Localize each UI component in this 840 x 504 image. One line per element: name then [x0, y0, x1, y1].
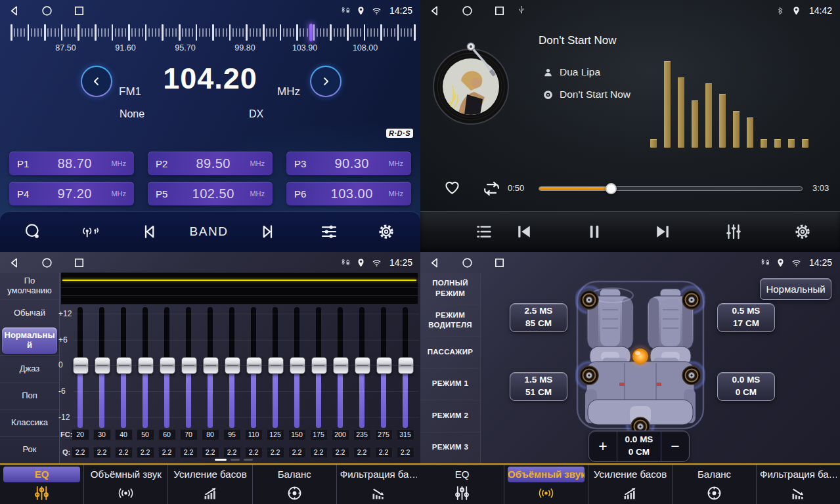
ruler-minor-tick	[199, 28, 200, 37]
progress-thumb[interactable]	[606, 183, 617, 194]
delay-rear-right[interactable]: 0.0 MS 0 CM	[717, 372, 775, 401]
stepper-minus-button[interactable]: −	[661, 431, 689, 461]
settings-button[interactable]	[376, 222, 396, 242]
eq-band-thumb[interactable]	[160, 357, 175, 374]
ruler-minor-tick	[377, 28, 378, 37]
seek-up-button[interactable]	[310, 66, 342, 97]
bass-boost-icon	[168, 482, 252, 504]
ruler-minor-tick	[81, 28, 83, 37]
eq-band-thumb[interactable]	[268, 357, 284, 374]
playlist-button[interactable]	[474, 222, 494, 242]
tab-bass-boost[interactable]: Усиление басов	[588, 465, 673, 504]
listening-position-marker[interactable]	[629, 345, 652, 368]
preset-button-p6[interactable]: P6103.00MHz	[286, 182, 411, 205]
preset-button-p5[interactable]: P5102.50MHz	[148, 182, 273, 205]
broadcast-button[interactable]	[80, 222, 100, 242]
eq-band-thumb[interactable]	[225, 357, 240, 374]
band-button[interactable]: BAND	[190, 224, 229, 239]
frequency-scale-label: 103.90	[292, 43, 317, 52]
prev-track-button[interactable]	[514, 222, 534, 242]
tab-surround[interactable]: Объёмный звук	[504, 465, 588, 504]
preset-button-p2[interactable]: P289.50MHz	[148, 152, 273, 175]
back-icon[interactable]	[8, 4, 22, 18]
mode-3[interactable]: РЕЖИМ 3	[420, 432, 480, 464]
home-icon[interactable]	[460, 256, 474, 270]
next-track-button[interactable]	[653, 222, 673, 242]
mode-2[interactable]: РЕЖИМ 2	[420, 400, 480, 432]
mode-full[interactable]: ПОЛНЫЙРЕЖИМ	[420, 273, 480, 304]
recents-icon[interactable]	[72, 256, 86, 270]
eq-band-thumb[interactable]	[311, 357, 327, 374]
preset-button-p3[interactable]: P390.30MHz	[286, 152, 411, 175]
ruler-minor-tick	[14, 28, 15, 37]
back-icon[interactable]	[428, 4, 442, 18]
mode-1[interactable]: РЕЖИМ 1	[420, 368, 480, 400]
eq-band-thumb[interactable]	[398, 357, 414, 374]
recents-icon[interactable]	[493, 4, 506, 18]
tab-balance[interactable]: Баланс	[253, 465, 337, 504]
delay-front-left[interactable]: 2.5 MS 85 CM	[510, 303, 567, 332]
preset-button-p4[interactable]: P497.20MHz	[9, 182, 134, 205]
home-icon[interactable]	[460, 4, 474, 18]
pause-button[interactable]	[585, 222, 604, 242]
tab-bass-boost[interactable]: Усиление басов	[168, 465, 252, 504]
eq-preset-2[interactable]: Обычай	[0, 299, 59, 326]
tab-bass-filter[interactable]: Фильтрация ба…	[757, 465, 840, 504]
back-icon[interactable]	[428, 256, 442, 270]
delay-front-right[interactable]: 0.5 MS 17 CM	[717, 303, 775, 332]
ruler-minor-tick	[104, 28, 106, 37]
eq-preset-4[interactable]: Джаз	[0, 355, 59, 382]
ruler-minor-tick	[206, 28, 207, 37]
preset-button-p1[interactable]: P188.70MHz	[9, 152, 134, 175]
mode-driver[interactable]: РЕЖИМВОДИТЕЛЯ	[420, 304, 480, 337]
recents-icon[interactable]	[493, 256, 506, 270]
eq-band-q-value: 2.2	[115, 447, 133, 458]
eq-band-thumb[interactable]	[116, 357, 132, 374]
eq-band-thumb[interactable]	[333, 357, 349, 374]
eq-band-fc-value: 70	[180, 429, 198, 440]
eq-band-thumb[interactable]	[246, 357, 262, 374]
back-icon[interactable]	[8, 256, 22, 270]
tab-eq[interactable]: EQ	[0, 465, 84, 504]
previous-station-button[interactable]	[139, 222, 159, 242]
mode-passenger[interactable]: ПАССАЖИР	[420, 336, 480, 368]
settings-button[interactable]	[793, 222, 812, 242]
eq-preset-6[interactable]: Классика	[0, 410, 59, 436]
tab-bass-filter[interactable]: Фильтрация ба…	[337, 465, 420, 504]
repeat-icon[interactable]	[481, 178, 502, 199]
progress-bar[interactable]	[539, 186, 803, 191]
eq-band-q-value: 2.2	[202, 447, 219, 458]
tuning-indicator[interactable]	[309, 24, 313, 41]
recents-icon[interactable]	[72, 4, 86, 18]
surround-preset-button[interactable]: Нормальный	[760, 278, 831, 300]
eq-band-thumb[interactable]	[203, 357, 219, 374]
home-icon[interactable]	[40, 4, 54, 18]
scan-button[interactable]	[23, 222, 43, 242]
tune-options-button[interactable]	[319, 222, 339, 242]
spectrum-bar	[802, 139, 808, 148]
eq-band-thumb[interactable]	[355, 357, 370, 374]
frequency-ruler[interactable]	[11, 24, 415, 41]
stepper-plus-button[interactable]: +	[589, 431, 617, 461]
radio-toolbar: BAND	[0, 211, 420, 252]
ruler-minor-tick	[299, 28, 301, 37]
seek-down-button[interactable]	[81, 66, 112, 97]
eq-band-thumb[interactable]	[290, 357, 305, 374]
eq-band-thumb[interactable]	[95, 357, 110, 374]
favorite-icon[interactable]	[443, 178, 462, 197]
mixer-button[interactable]	[724, 222, 743, 242]
eq-band-thumb[interactable]	[376, 357, 392, 374]
tab-surround[interactable]: Объёмный звук	[84, 465, 168, 504]
tab-balance[interactable]: Баланс	[673, 465, 757, 504]
eq-preset-3[interactable]: Нормальный	[2, 327, 57, 354]
eq-preset-7[interactable]: Рок	[0, 436, 59, 463]
eq-preset-5[interactable]: Поп	[0, 383, 59, 410]
eq-band-q-value: 2.2	[332, 447, 349, 458]
delay-rear-left[interactable]: 1.5 MS 51 CM	[510, 372, 567, 401]
tab-eq[interactable]: EQ	[420, 465, 504, 504]
next-station-button[interactable]	[258, 222, 278, 242]
home-icon[interactable]	[40, 256, 54, 270]
eq-band-thumb[interactable]	[181, 357, 197, 374]
eq-band-thumb[interactable]	[138, 357, 154, 374]
eq-preset-1[interactable]: По умолчанию	[0, 273, 59, 299]
